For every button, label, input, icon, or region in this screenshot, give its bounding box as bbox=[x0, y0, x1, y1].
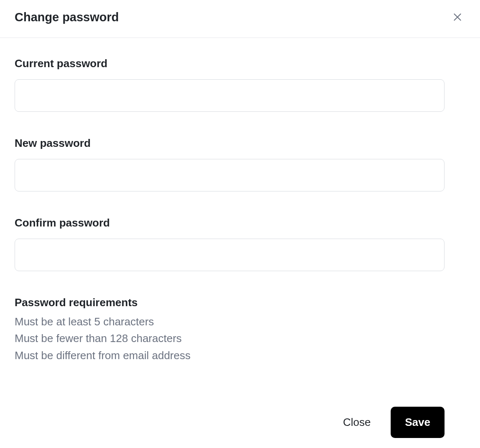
modal-title: Change password bbox=[15, 10, 119, 24]
confirm-password-input[interactable] bbox=[15, 239, 445, 271]
close-icon bbox=[452, 12, 463, 23]
current-password-group: Current password bbox=[15, 57, 465, 112]
change-password-modal: Change password Current password New pas… bbox=[0, 0, 480, 448]
requirement-item: Must be different from email address bbox=[15, 347, 465, 364]
save-button[interactable]: Save bbox=[391, 407, 445, 438]
current-password-input[interactable] bbox=[15, 79, 445, 112]
modal-body: Current password New password Confirm pa… bbox=[0, 38, 480, 407]
current-password-label: Current password bbox=[15, 57, 465, 70]
new-password-input[interactable] bbox=[15, 159, 445, 191]
close-icon-button[interactable] bbox=[450, 9, 465, 25]
requirement-item: Must be fewer than 128 characters bbox=[15, 330, 465, 347]
confirm-password-label: Confirm password bbox=[15, 216, 465, 229]
new-password-group: New password bbox=[15, 137, 465, 191]
requirements-title: Password requirements bbox=[15, 296, 465, 309]
new-password-label: New password bbox=[15, 137, 465, 150]
requirement-item: Must be at least 5 characters bbox=[15, 313, 465, 330]
modal-footer: Close Save bbox=[0, 407, 480, 448]
password-requirements: Password requirements Must be at least 5… bbox=[15, 296, 465, 364]
close-button[interactable]: Close bbox=[339, 407, 375, 438]
modal-header: Change password bbox=[0, 0, 480, 38]
confirm-password-group: Confirm password bbox=[15, 216, 465, 271]
